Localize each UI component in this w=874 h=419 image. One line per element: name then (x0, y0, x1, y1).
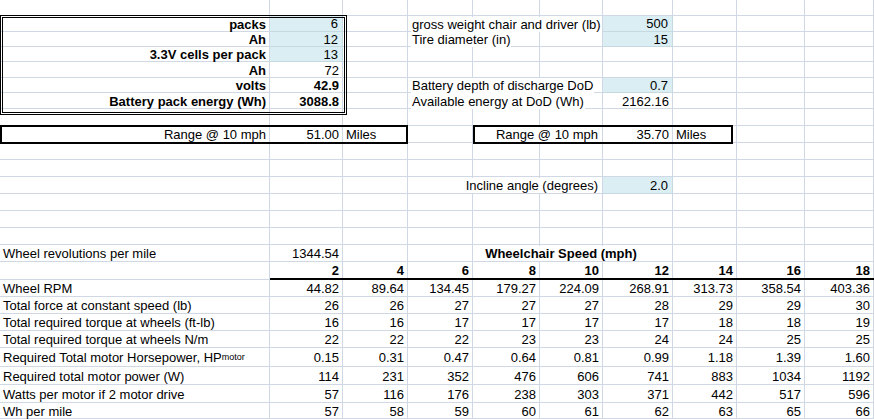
empty-cell[interactable] (343, 160, 408, 177)
table-value-cell[interactable]: 179.27 (473, 280, 540, 297)
empty-cell[interactable] (737, 177, 805, 194)
empty-cell[interactable] (473, 62, 540, 78)
table-value-cell[interactable]: 18 (737, 314, 805, 331)
ah-total-cell[interactable]: 72 (270, 62, 343, 78)
table-value-cell[interactable]: 26 (343, 297, 408, 314)
empty-cell[interactable] (540, 194, 603, 211)
empty-cell[interactable] (805, 194, 874, 211)
empty-cell[interactable] (737, 194, 805, 211)
table-value-cell[interactable]: 22 (408, 331, 473, 348)
range-left-value[interactable]: 51.00 (270, 126, 343, 143)
table-value-cell[interactable]: 0.15 (270, 348, 343, 367)
table-value-cell[interactable]: 22 (270, 331, 343, 348)
empty-cell[interactable] (673, 109, 737, 126)
empty-cell[interactable] (737, 245, 805, 262)
empty-cell[interactable] (0, 194, 270, 211)
table-value-cell[interactable]: 1192 (805, 367, 874, 385)
empty-cell[interactable] (343, 32, 408, 47)
wheel-revs-value[interactable]: 1344.54 (270, 245, 343, 262)
empty-cell[interactable] (673, 32, 737, 47)
table-value-cell[interactable]: 23 (473, 331, 540, 348)
table-value-cell[interactable]: 231 (343, 367, 408, 385)
table-value-cell[interactable]: 606 (540, 367, 603, 385)
empty-cell[interactable] (603, 47, 673, 62)
empty-cell[interactable] (673, 177, 737, 194)
empty-cell[interactable] (408, 245, 473, 262)
empty-cell[interactable] (473, 211, 540, 228)
empty-cell[interactable] (0, 143, 270, 160)
empty-cell[interactable] (737, 228, 805, 245)
empty-cell[interactable] (343, 211, 408, 228)
tire-diameter-input-cell[interactable]: 15 (603, 32, 673, 47)
empty-cell[interactable] (270, 211, 343, 228)
table-value-cell[interactable]: 268.91 (603, 280, 673, 297)
empty-cell[interactable] (540, 62, 603, 78)
table-value-cell[interactable]: 18 (673, 314, 737, 331)
empty-cell[interactable] (0, 177, 270, 194)
table-value-cell[interactable]: 27 (540, 297, 603, 314)
empty-cell[interactable] (673, 0, 737, 16)
empty-cell[interactable] (737, 109, 805, 126)
empty-cell[interactable] (673, 62, 737, 78)
empty-cell[interactable] (343, 16, 408, 32)
table-value-cell[interactable]: 29 (737, 297, 805, 314)
table-value-cell[interactable]: 1.39 (737, 348, 805, 367)
empty-cell[interactable] (805, 0, 874, 16)
table-value-cell[interactable]: 358.54 (737, 280, 805, 297)
empty-cell[interactable] (408, 228, 473, 245)
table-value-cell[interactable]: 176 (408, 385, 473, 403)
empty-cell[interactable] (408, 194, 473, 211)
empty-cell[interactable] (540, 160, 603, 177)
empty-cell[interactable] (673, 211, 737, 228)
empty-cell[interactable] (270, 177, 343, 194)
empty-cell[interactable] (343, 177, 408, 194)
empty-cell[interactable] (737, 0, 805, 16)
empty-cell[interactable] (805, 47, 874, 62)
empty-cell[interactable] (805, 245, 874, 262)
incline-input-cell[interactable]: 2.0 (603, 177, 673, 194)
table-value-cell[interactable]: 116 (343, 385, 408, 403)
empty-cell[interactable] (737, 16, 805, 32)
empty-cell[interactable] (603, 211, 673, 228)
empty-cell[interactable] (408, 0, 473, 16)
empty-cell[interactable] (0, 262, 270, 280)
empty-cell[interactable] (603, 160, 673, 177)
empty-cell[interactable] (805, 109, 874, 126)
table-value-cell[interactable]: 1034 (737, 367, 805, 385)
table-value-cell[interactable]: 596 (805, 385, 874, 403)
empty-cell[interactable] (805, 32, 874, 47)
empty-cell[interactable] (673, 16, 737, 32)
table-value-cell[interactable]: 19 (805, 314, 874, 331)
table-value-cell[interactable]: 65 (737, 403, 805, 419)
table-value-cell[interactable]: 17 (540, 314, 603, 331)
empty-cell[interactable] (0, 211, 270, 228)
table-value-cell[interactable]: 17 (408, 314, 473, 331)
empty-cell[interactable] (805, 177, 874, 194)
empty-cell[interactable] (737, 78, 805, 93)
table-value-cell[interactable]: 224.09 (540, 280, 603, 297)
empty-cell[interactable] (673, 228, 737, 245)
gross-weight-input-cell[interactable]: 500 (603, 16, 673, 32)
table-value-cell[interactable]: 883 (673, 367, 737, 385)
empty-cell[interactable] (408, 126, 473, 143)
empty-cell[interactable] (343, 62, 408, 78)
table-value-cell[interactable]: 741 (603, 367, 673, 385)
table-value-cell[interactable]: 303 (540, 385, 603, 403)
cells-per-pack-input-cell[interactable]: 13 (270, 47, 343, 62)
table-value-cell[interactable]: 313.73 (673, 280, 737, 297)
table-value-cell[interactable]: 17 (473, 314, 540, 331)
empty-cell[interactable] (540, 47, 603, 62)
table-value-cell[interactable]: 517 (737, 385, 805, 403)
table-value-cell[interactable]: 23 (540, 331, 603, 348)
speed-header-cell[interactable]: 2 (270, 262, 343, 280)
empty-cell[interactable] (408, 143, 473, 160)
empty-cell[interactable] (805, 228, 874, 245)
empty-cell[interactable] (603, 228, 673, 245)
table-value-cell[interactable]: 114 (270, 367, 343, 385)
empty-cell[interactable] (473, 0, 540, 16)
table-value-cell[interactable]: 28 (603, 297, 673, 314)
empty-cell[interactable] (343, 78, 408, 93)
speed-header-cell[interactable]: 18 (805, 262, 874, 280)
empty-cell[interactable] (270, 143, 343, 160)
empty-cell[interactable] (270, 109, 343, 126)
